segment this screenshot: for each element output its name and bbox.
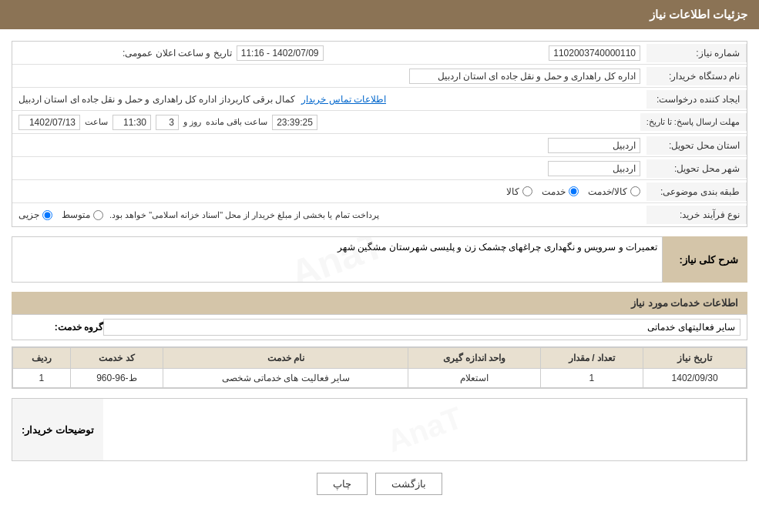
need-number-label: شماره نیاز: — [646, 44, 747, 62]
services-table-container: تاریخ نیاز تعداد / مقدار واحد اندازه گیر… — [12, 346, 747, 389]
category-option-kala: کالا — [506, 186, 532, 197]
row-province: استان محل تحویل: اردبیل — [12, 134, 747, 157]
main-content: شماره نیاز: 1102003740000110 1402/07/09 … — [0, 29, 759, 518]
table-row: 1402/09/30 1 استعلام سایر فعالیت های خدم… — [13, 369, 747, 388]
cell-date: 1402/09/30 — [643, 369, 747, 388]
col-header-qty: تعداد / مقدار — [540, 348, 643, 369]
category-radio-khedmat[interactable] — [569, 186, 579, 196]
creator-name: کمال برقی کاربرداز اداره کل راهداری و حم… — [18, 94, 295, 105]
page-wrapper: جزئیات اطلاعات نیاز شماره نیاز: 11020037… — [0, 0, 759, 532]
cell-code: ط-96-960 — [70, 369, 163, 388]
province-box: اردبیل — [548, 138, 640, 153]
cell-row: 1 — [13, 369, 71, 388]
desc-section-label: شرح کلی نیاز: — [663, 236, 747, 283]
deadline-remaining-label: ساعت باقی مانده — [206, 117, 267, 127]
deadline-label: مهلت ارسال پاسخ: تا تاریخ: — [640, 113, 747, 131]
buyer-desc-section: AnaT توضیحات خریدار: — [12, 398, 747, 461]
contact-link[interactable]: اطلاعات تماس خریدار — [301, 94, 386, 105]
services-section-header: اطلاعات خدمات مورد نیاز — [12, 292, 747, 314]
category-label-kala: کالا — [506, 186, 519, 197]
row-purchase-type: نوع فرآیند خرید: پرداخت تمام یا بخشی از … — [12, 203, 747, 226]
info-section: شماره نیاز: 1102003740000110 1402/07/09 … — [12, 41, 747, 227]
deadline-days-label: روز و — [183, 117, 201, 127]
need-number-value: 1102003740000110 — [330, 42, 647, 64]
announce-datetime-box: 1402/07/09 - 11:16 — [237, 45, 324, 61]
purchase-note: پرداخت تمام یا بخشی از مبلغ خریدار از مح… — [109, 210, 379, 220]
watermark2: AnaT — [382, 400, 466, 459]
purchase-type-radio-group: متوسط جزیی — [18, 209, 103, 220]
deadline-time-box: 11:30 — [113, 115, 151, 130]
category-radio-group: کالا/خدمت خدمت کالا — [18, 186, 640, 197]
back-button[interactable]: بازگشت — [375, 473, 442, 495]
col-header-code: کد خدمت — [70, 348, 163, 369]
services-table: تاریخ نیاز تعداد / مقدار واحد اندازه گیر… — [12, 347, 747, 388]
row-city: شهر محل تحویل: اردبیل — [12, 157, 747, 180]
col-header-unit: واحد اندازه گیری — [408, 348, 540, 369]
category-option-kala-khedmat: کالا/خدمت — [588, 186, 640, 197]
table-header-row: تاریخ نیاز تعداد / مقدار واحد اندازه گیر… — [13, 348, 747, 369]
service-group-value: سایر فعالیتهای خدماتی — [103, 319, 741, 336]
announce-datetime-value: 1402/07/09 - 11:16 تاریخ و ساعت اعلان عم… — [12, 42, 330, 64]
buyer-org-value: اداره کل راهداری و حمل و نقل جاده ای است… — [12, 65, 646, 87]
purchase-radio-motawaset[interactable] — [93, 210, 103, 220]
row-creator: ایجاد کننده درخواست: اطلاعات تماس خریدار… — [12, 88, 747, 111]
service-group-row: سایر فعالیتهای خدماتی گروه خدمت: — [12, 314, 747, 340]
buyer-org-box: اداره کل راهداری و حمل و نقل جاده ای است… — [409, 69, 640, 84]
deadline-remaining-box: 23:39:25 — [272, 115, 317, 130]
need-number-box: 1102003740000110 — [549, 45, 640, 61]
province-label: استان محل تحویل: — [646, 136, 747, 155]
category-option-khedmat: خدمت — [542, 186, 579, 197]
buyer-org-label: نام دستگاه خریدار: — [646, 67, 747, 85]
buyer-desc-box: AnaT — [103, 399, 747, 460]
city-value: اردبیل — [12, 158, 646, 179]
category-radio-kala[interactable] — [522, 186, 532, 196]
purchase-type-value: پرداخت تمام یا بخشی از مبلغ خریدار از مح… — [12, 206, 646, 223]
creator-label: ایجاد کننده درخواست: — [646, 90, 747, 109]
cell-unit: استعلام — [408, 369, 540, 388]
purchase-label-motawaset: متوسط — [62, 209, 90, 220]
row-buyer-org: نام دستگاه خریدار: اداره کل راهداری و حم… — [12, 65, 747, 88]
cell-qty: 1 — [540, 369, 643, 388]
deadline-date-box: 1402/07/13 — [18, 115, 80, 130]
deadline-time-label: ساعت — [85, 117, 108, 127]
buyer-desc-label: توضیحات خریدار: — [12, 399, 103, 460]
desc-value: تعمیرات و سرویس و نگهداری چراغهای چشمک ز… — [338, 242, 657, 253]
category-label: طبقه بندی موضوعی: — [646, 182, 747, 201]
city-label: شهر محل تحویل: — [646, 159, 747, 178]
province-value: اردبیل — [12, 135, 646, 156]
col-header-date: تاریخ نیاز — [643, 348, 747, 369]
purchase-option-jozii: جزیی — [18, 209, 52, 220]
category-value: کالا/خدمت خدمت کالا — [12, 183, 646, 200]
print-button[interactable]: چاپ — [317, 473, 368, 495]
page-header: جزئیات اطلاعات نیاز — [0, 0, 759, 29]
creator-value: اطلاعات تماس خریدار کمال برقی کاربرداز ا… — [12, 91, 646, 108]
purchase-type-label: نوع فرآیند خرید: — [646, 206, 747, 224]
page-title: جزئیات اطلاعات نیاز — [650, 8, 747, 21]
purchase-label-jozii: جزیی — [18, 209, 39, 220]
category-label-kala-khedmat: کالا/خدمت — [588, 186, 627, 197]
row-deadline: مهلت ارسال پاسخ: تا تاریخ: 23:39:25 ساعت… — [12, 111, 747, 134]
deadline-days-box: 3 — [156, 115, 179, 130]
announce-datetime-label: تاریخ و ساعت اعلان عمومی: — [123, 48, 232, 59]
col-header-name: نام خدمت — [163, 348, 408, 369]
purchase-option-motawaset: متوسط — [62, 209, 103, 220]
city-box: اردبیل — [548, 161, 640, 176]
purchase-radio-jozii[interactable] — [42, 210, 52, 220]
col-header-row: ردیف — [13, 348, 71, 369]
deadline-value: 23:39:25 ساعت باقی مانده روز و 3 11:30 س… — [12, 112, 640, 133]
service-group-label: گروه خدمت: — [26, 322, 103, 333]
category-label-khedmat: خدمت — [542, 186, 566, 197]
row-category: طبقه بندی موضوعی: کالا/خدمت خدمت — [12, 180, 747, 203]
bottom-buttons: بازگشت چاپ — [12, 473, 747, 495]
desc-section: شرح کلی نیاز: تعمیرات و سرویس و نگهداری … — [12, 236, 747, 283]
row-need-number: شماره نیاز: 1102003740000110 1402/07/09 … — [12, 42, 747, 65]
cell-name: سایر فعالیت های خدماتی شخصی — [163, 369, 408, 388]
desc-box: تعمیرات و سرویس و نگهداری چراغهای چشمک ز… — [12, 236, 663, 283]
category-radio-kala-khedmat[interactable] — [630, 186, 640, 196]
